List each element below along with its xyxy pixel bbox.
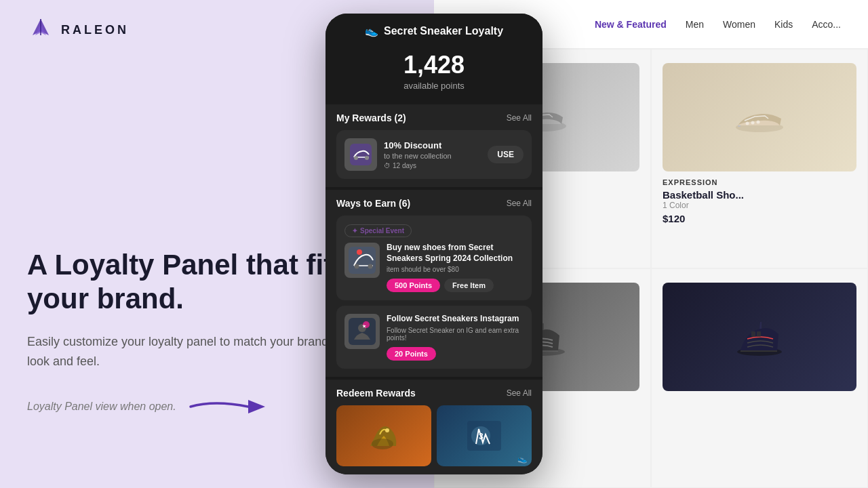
svg-rect-14 [751, 331, 755, 337]
points-number: 1,428 [339, 51, 529, 79]
points-label: available points [339, 81, 529, 91]
earn-content-1: Buy new shoes from Secret Sneakers Sprin… [344, 243, 524, 292]
earn-item-title-2: Follow Secret Sneakers Instagram [387, 314, 524, 325]
nav-item-kids[interactable]: Kids [774, 19, 793, 30]
earn-item-sub-1: item should be over $80 [387, 266, 524, 273]
svg-point-27 [385, 428, 389, 432]
svg-point-20 [355, 264, 359, 269]
reward-subtitle: to the new collection [384, 152, 481, 160]
redeem-header: Redeem Rewards See All [336, 388, 532, 399]
points-badge-1: 500 Points [387, 279, 440, 292]
svg-point-9 [746, 122, 749, 125]
shoe-card-4[interactable] [651, 268, 868, 488]
free-item-button[interactable]: Free Item [444, 279, 494, 292]
rewards-title: My Rewards (2) [336, 113, 406, 123]
shoe-image-2 [663, 63, 856, 171]
redeem-section: Redeem Rewards See All [326, 380, 542, 474]
shoe-image-4 [663, 283, 856, 391]
earn-card-1: ✦ Special Event [336, 216, 532, 300]
redeem-item-2[interactable]: 3 👟 [437, 405, 532, 466]
redeem-title: Redeem Rewards [336, 388, 416, 399]
caption-text: Loyalty Panel view when open. [27, 401, 176, 413]
points-section: 1,428 available points [326, 45, 542, 102]
shoe-card-2[interactable]: Expression Basketball Sho... 1 Color $12… [651, 49, 868, 268]
rewards-see-all[interactable]: See All [507, 113, 532, 123]
redeem-grid: 3 👟 [336, 405, 532, 466]
redeem-item-1[interactable] [336, 405, 431, 466]
earn-thumb-2 [344, 314, 380, 349]
redeem-image-1 [336, 405, 431, 466]
svg-rect-19 [349, 247, 376, 274]
reward-info: 10% Discount to the new collection ⏱ 12 … [384, 140, 481, 169]
earn-badge-1: ✦ Special Event [344, 224, 412, 237]
redeem-loyalty-icon: 👟 [517, 454, 528, 464]
loyalty-icon: 👟 [365, 24, 378, 37]
arrow-icon [187, 393, 269, 420]
shoe-price-2: $120 [663, 213, 685, 224]
svg-point-10 [751, 121, 755, 125]
reward-expiry: ⏱ 12 days [384, 162, 481, 169]
svg-marker-3 [248, 400, 265, 413]
nav-item-men[interactable]: Men [686, 19, 704, 30]
svg-rect-15 [757, 331, 761, 337]
earn-title: Ways to Earn (6) [336, 198, 410, 209]
earn-actions-1: 500 Points Free Item [387, 279, 524, 292]
svg-point-22 [357, 249, 362, 255]
reward-thumb [344, 138, 377, 171]
earn-section: Ways to Earn (6) See All ✦ Special Event [326, 190, 542, 377]
svg-point-17 [354, 156, 358, 160]
earn-see-all[interactable]: See All [507, 199, 532, 208]
svg-point-18 [365, 156, 369, 160]
nav-item-women[interactable]: Women [723, 19, 755, 30]
hero-subtitle: Easily customize your loyalty panel to m… [27, 332, 353, 371]
reward-title: 10% Discount [384, 140, 481, 150]
earn-actions-2: 20 Points [387, 347, 524, 361]
svg-text:3: 3 [479, 432, 484, 441]
earn-info-1: Buy new shoes from Secret Sneakers Sprin… [387, 243, 524, 292]
svg-point-26 [372, 439, 393, 449]
phone-header-title: Secret Sneaker Loyalty [384, 25, 503, 37]
shoe-name-2: Basketball Sho... [663, 189, 744, 201]
logo-text: RALEON [61, 23, 129, 37]
nav-item-more[interactable]: Acco... [812, 19, 841, 30]
phone-header: 👟 Secret Sneaker Loyalty [326, 14, 542, 45]
redeem-see-all[interactable]: See All [507, 388, 532, 398]
earn-info-2: Follow Secret Sneakers Instagram Follow … [387, 314, 524, 361]
star-icon: ✦ [352, 227, 357, 235]
rewards-header: My Rewards (2) See All [336, 113, 532, 123]
nav-item-new-featured[interactable]: New & Featured [595, 19, 667, 30]
earn-item-title-1: Buy new shoes from Secret Sneakers Sprin… [387, 243, 524, 264]
shoe-tag-2: Expression [663, 178, 718, 186]
reward-card: 10% Discount to the new collection ⏱ 12 … [336, 130, 532, 179]
earn-item-sub-2: Follow Secret Sneaker on IG and earn ext… [387, 327, 524, 342]
earn-header: Ways to Earn (6) See All [336, 198, 532, 209]
svg-point-11 [757, 121, 760, 124]
earn-thumb-1 [344, 243, 380, 278]
rewards-section: My Rewards (2) See All 10% Discount to t… [326, 104, 542, 187]
shoe-colors-2: 1 Color [663, 201, 689, 210]
phone-mockup: 👟 Secret Sneaker Loyalty 1,428 available… [326, 14, 542, 474]
logo-icon [27, 16, 54, 43]
use-reward-button[interactable]: USE [488, 146, 524, 163]
points-badge-2: 20 Points [387, 347, 436, 361]
clock-icon: ⏱ [384, 162, 391, 169]
phone-container: 👟 Secret Sneaker Loyalty 1,428 available… [326, 14, 542, 474]
svg-point-21 [368, 264, 373, 269]
earn-card-2: Follow Secret Sneakers Instagram Follow … [336, 306, 532, 369]
earn-content-2: Follow Secret Sneakers Instagram Follow … [344, 314, 524, 361]
